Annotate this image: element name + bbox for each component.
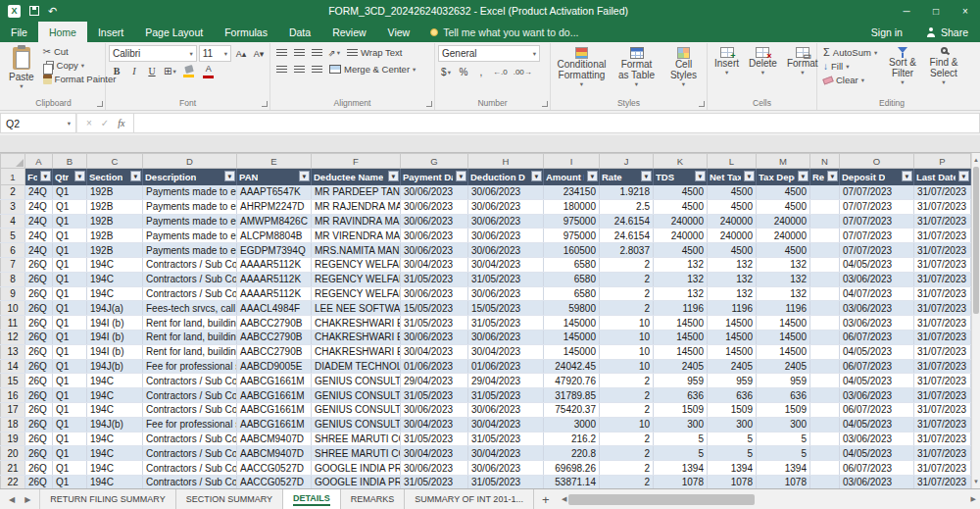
filter-dropdown-icon[interactable]: ▾ [827,171,838,181]
cell-L2[interactable]: 4500 [708,185,757,200]
cell-J20[interactable]: 2 [600,446,654,461]
header-cell-deposit-d[interactable]: Deposit D▾ [840,169,914,185]
cell-H10[interactable]: 15/05/2023 [468,301,544,316]
cell-J14[interactable]: 10 [600,359,654,374]
format-cells-button[interactable]: ▭ Format ▾ [783,45,822,98]
cell-L19[interactable]: 5 [708,432,757,446]
sheet-tab-details[interactable]: DETAILS [283,489,341,509]
cell-K3[interactable]: 4500 [654,199,708,214]
cell-M2[interactable]: 4500 [757,185,810,200]
cell-O21[interactable]: 06/07/2023 [840,461,914,476]
cell-J13[interactable]: 10 [600,344,654,359]
scroll-right-icon[interactable]: ▶ [971,495,976,503]
header-cell-section[interactable]: Section▾ [87,169,143,185]
cell-K20[interactable]: 5 [654,446,708,461]
row-header-13[interactable]: 13 [1,344,25,359]
cell-C8[interactable]: 194C [87,272,143,286]
sort-filter-button[interactable]: Sort & Filter ▾ [883,45,922,98]
cell-O5[interactable]: 07/07/2023 [840,229,914,243]
cell-O9[interactable]: 04/07/2023 [840,286,914,301]
cell-A18[interactable]: 26Q [25,417,53,432]
cell-A5[interactable]: 24Q [25,229,53,243]
cell-C6[interactable]: 192B [87,243,143,258]
vertical-scrollbar[interactable]: ▲ ▼ [971,153,980,488]
save-icon[interactable] [29,6,39,16]
cell-J7[interactable]: 2 [600,257,654,272]
cell-J5[interactable]: 24.6154 [600,229,654,243]
filter-dropdown-icon[interactable]: ▾ [224,171,235,181]
cell-L14[interactable]: 2405 [708,359,757,374]
cell-H15[interactable]: 29/04/2023 [468,374,544,388]
minimize-button[interactable]: ─ [892,0,921,22]
cell-D7[interactable]: Contractors / Sub Contr [143,257,237,272]
cell-K2[interactable]: 4500 [654,185,708,200]
sheet-tab-summary-of-int[interactable]: SUMMARY OF INT 201-1... [405,489,534,509]
filter-dropdown-icon[interactable]: ▾ [456,171,466,181]
cell-K10[interactable]: 1196 [654,301,708,316]
cell-J22[interactable]: 2 [600,475,654,488]
header-cell-qtr[interactable]: Qtr▾ [53,169,87,185]
cell-P4[interactable]: 31/07/2023 [914,214,971,229]
cell-J11[interactable]: 10 [600,316,654,331]
autosum-button[interactable]: Σ AutoSum ▾ [820,45,881,59]
cell-A16[interactable]: 26Q [25,388,53,403]
cell-M18[interactable]: 300 [757,417,810,432]
cell-N10[interactable] [810,301,840,316]
cell-C13[interactable]: 194I (b) [87,344,143,359]
filter-dropdown-icon[interactable]: ▾ [40,171,51,181]
cell-E16[interactable]: AABCG1661M [237,388,312,403]
cell-A20[interactable]: 26Q [25,446,53,461]
delete-cells-button[interactable]: × Delete ▾ [745,45,781,98]
cell-J19[interactable]: 2 [600,432,654,446]
italic-button[interactable]: I [126,64,142,78]
cell-B14[interactable]: Q1 [53,359,87,374]
cell-J8[interactable]: 2 [600,272,654,286]
filter-dropdown-icon[interactable]: ▾ [744,171,755,181]
tab-review[interactable]: Review [321,22,376,42]
row-header-22[interactable]: 22 [1,475,25,488]
cell-E15[interactable]: AABCG1661M [237,374,312,388]
filter-dropdown-icon[interactable]: ▾ [641,171,652,181]
cell-B18[interactable]: Q1 [53,417,87,432]
header-cell-description[interactable]: Description▾ [143,169,237,185]
cell-N20[interactable] [810,446,840,461]
excel-logo-icon[interactable]: X [8,5,21,18]
cell-C5[interactable]: 192B [87,229,143,243]
cell-C12[interactable]: 194I (b) [87,330,143,344]
clear-button[interactable]: Clear ▾ [820,74,881,86]
decrease-decimal-button[interactable]: .00→ [512,65,534,79]
cell-K8[interactable]: 132 [654,272,708,286]
cell-H20[interactable]: 30/04/2023 [468,446,544,461]
next-sheet-icon[interactable]: ▶ [24,495,30,504]
cell-E9[interactable]: AAAAR5112K [237,286,312,301]
cell-G10[interactable]: 15/05/2023 [401,301,468,316]
cell-P10[interactable]: 31/07/2023 [914,301,971,316]
align-top-button[interactable] [273,45,289,60]
fill-color-button[interactable] [180,64,198,78]
column-header-b[interactable]: B [53,154,87,169]
cell-J12[interactable]: 10 [600,330,654,344]
cell-I14[interactable]: 24042.45 [544,359,600,374]
cell-I22[interactable]: 53871.14 [544,475,600,488]
cell-J21[interactable]: 2 [600,461,654,476]
cell-H12[interactable]: 30/06/2023 [468,330,544,344]
cell-P5[interactable]: 31/07/2023 [914,229,971,243]
cell-K17[interactable]: 1509 [654,402,708,417]
cell-A14[interactable]: 26Q [25,359,53,374]
cell-F14[interactable]: DIADEM TECHNOLO( [312,359,401,374]
cell-D8[interactable]: Contractors / Sub Contr [143,272,237,286]
row-header-4[interactable]: 4 [1,214,25,229]
cell-J16[interactable]: 2 [600,388,654,403]
cell-L4[interactable]: 240000 [708,214,757,229]
cell-F16[interactable]: GENIUS CONSULTAN [312,388,401,403]
cell-H4[interactable]: 30/06/2023 [468,214,544,229]
row-header-6[interactable]: 6 [1,243,25,258]
cell-F19[interactable]: SHREE MARUTI COU [312,432,401,446]
cell-G22[interactable]: 31/05/2023 [401,475,468,488]
cell-K9[interactable]: 132 [654,286,708,301]
cell-E13[interactable]: AABCC2790B [237,344,312,359]
cell-D12[interactable]: Rent for land, building [143,330,237,344]
row-header-15[interactable]: 15 [1,374,25,388]
cell-C10[interactable]: 194J(a) [87,301,143,316]
cell-I21[interactable]: 69698.26 [544,461,600,476]
